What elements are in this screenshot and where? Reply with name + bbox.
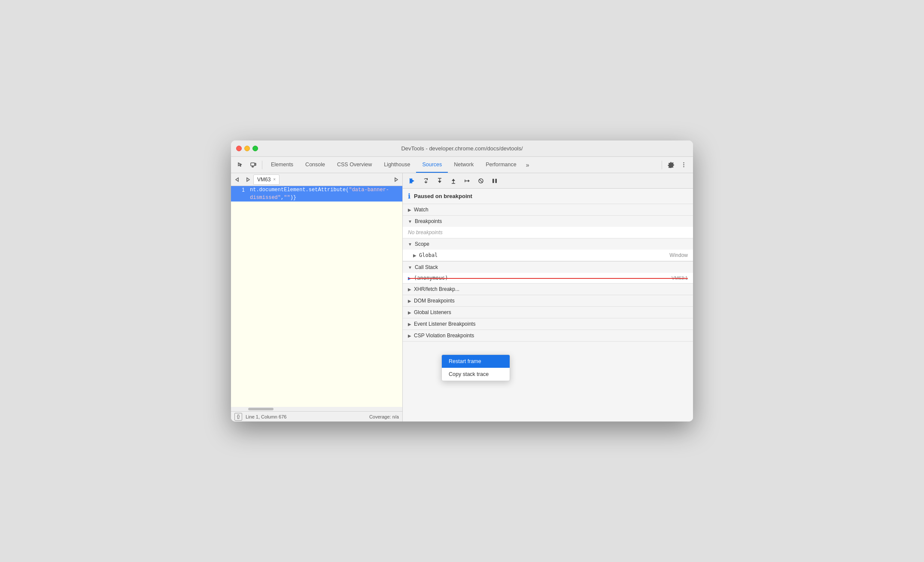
global-listeners-header[interactable]: ▶ Global Listeners <box>403 307 693 318</box>
call-stack-arrow: ▼ <box>408 265 412 270</box>
tab-lighthouse[interactable]: Lighthouse <box>378 157 416 173</box>
svg-point-5 <box>683 166 684 167</box>
pause-on-exceptions-button[interactable] <box>489 175 501 187</box>
svg-marker-6 <box>236 178 238 181</box>
file-tab-bar: VM63 × <box>231 173 402 186</box>
csp-title: CSP Violation Breakpoints <box>414 333 474 339</box>
format-icon[interactable]: {} <box>234 413 242 421</box>
restart-frame-item[interactable]: Restart frame <box>442 355 510 368</box>
global-listeners-title: Global Listeners <box>414 309 451 315</box>
svg-marker-8 <box>395 178 398 181</box>
file-nav-forward[interactable] <box>243 175 252 184</box>
call-stack-anonymous[interactable]: ▶ (anonymous) VM63:1 <box>403 273 693 283</box>
csp-header[interactable]: ▶ CSP Violation Breakpoints <box>403 330 693 341</box>
devtools-container: Elements Console CSS Overview Lighthouse… <box>231 157 693 422</box>
cursor-position: Line 1, Column 676 <box>246 414 286 419</box>
settings-button[interactable] <box>665 159 677 171</box>
xhr-section: ▶ XHR/fetch Breakp... <box>403 284 693 295</box>
svg-rect-1 <box>252 166 253 167</box>
breakpoints-arrow: ▼ <box>408 219 412 224</box>
more-tabs-button[interactable]: » <box>523 157 533 173</box>
maximize-button[interactable] <box>252 146 258 151</box>
coverage-status: Coverage: n/a <box>369 414 399 419</box>
dom-header[interactable]: ▶ DOM Breakpoints <box>403 295 693 306</box>
traffic-lights <box>236 146 258 151</box>
svg-rect-0 <box>251 163 255 166</box>
call-stack-header[interactable]: ▼ Call Stack <box>403 262 693 273</box>
minimize-button[interactable] <box>244 146 250 151</box>
file-tab-vm63[interactable]: VM63 × <box>253 174 280 185</box>
global-header[interactable]: ▶ Global Window <box>403 250 693 261</box>
anonymous-name: (anonymous) <box>414 275 448 281</box>
global-arrow: ▶ <box>413 253 416 258</box>
resume-button[interactable] <box>406 175 418 187</box>
debugger-panel: ℹ Paused on breakpoint ▶ Watch ▼ Breakpo… <box>403 173 693 422</box>
svg-marker-12 <box>426 178 428 180</box>
horizontal-scrollbar[interactable] <box>231 407 402 411</box>
step-button[interactable] <box>461 175 473 187</box>
watch-section: ▶ Watch <box>403 204 693 216</box>
call-stack-title: Call Stack <box>415 264 438 270</box>
svg-rect-28 <box>495 179 497 183</box>
event-listeners-header[interactable]: ▶ Event Listener Breakpoints <box>403 318 693 330</box>
customize-button[interactable] <box>678 159 690 171</box>
xhr-header[interactable]: ▶ XHR/fetch Breakp... <box>403 284 693 295</box>
dom-title: DOM Breakpoints <box>414 298 455 304</box>
step-into-button[interactable] <box>434 175 446 187</box>
breakpoints-header[interactable]: ▼ Breakpoints <box>403 216 693 227</box>
deactivate-breakpoints-button[interactable] <box>475 175 487 187</box>
step-over-button[interactable] <box>420 175 432 187</box>
device-toolbar-button[interactable] <box>247 159 259 171</box>
code-content-1: nt.documentElement.setAttribute("data-ba… <box>248 186 402 202</box>
tab-performance[interactable]: Performance <box>480 157 523 173</box>
info-icon: ℹ <box>408 192 410 200</box>
breakpoints-title: Breakpoints <box>415 218 442 224</box>
code-area: 1 nt.documentElement.setAttribute("data-… <box>231 186 402 407</box>
breakpoints-section: ▼ Breakpoints No breakpoints <box>403 216 693 238</box>
xhr-arrow: ▶ <box>408 287 411 292</box>
file-tab-close[interactable]: × <box>273 177 276 182</box>
call-stack-item-container: ▶ (anonymous) VM63:1 Restart frame Copy … <box>403 273 693 283</box>
global-subsection: ▶ Global Window <box>403 250 693 261</box>
scope-header[interactable]: ▼ Scope <box>403 238 693 250</box>
event-listeners-section: ▶ Event Listener Breakpoints <box>403 318 693 330</box>
event-listeners-title: Event Listener Breakpoints <box>414 321 475 327</box>
title-bar: DevTools - developer.chrome.com/docs/dev… <box>231 140 693 157</box>
scroll-thumb[interactable] <box>248 408 274 410</box>
dom-arrow: ▶ <box>408 299 411 303</box>
breakpoints-content: No breakpoints <box>403 227 693 238</box>
svg-marker-20 <box>452 179 455 181</box>
status-bar: {} Line 1, Column 676 Coverage: n/a <box>231 411 402 422</box>
close-button[interactable] <box>236 146 242 151</box>
svg-rect-2 <box>255 163 256 165</box>
watch-arrow: ▶ <box>408 208 411 212</box>
copy-stack-trace-item[interactable]: Copy stack trace <box>442 368 510 381</box>
scope-title: Scope <box>415 241 429 247</box>
tab-nav: Elements Console CSS Overview Lighthouse… <box>265 157 659 173</box>
svg-marker-23 <box>468 180 470 182</box>
tab-scroll-right[interactable] <box>391 175 401 184</box>
file-nav-back[interactable] <box>233 175 242 184</box>
call-stack-blue-arrow: ▶ <box>408 276 411 281</box>
window-title: DevTools - developer.chrome.com/docs/dev… <box>401 145 523 152</box>
svg-rect-10 <box>410 178 410 183</box>
scope-arrow: ▼ <box>408 242 412 247</box>
tab-sources[interactable]: Sources <box>416 157 448 173</box>
tab-css-overview[interactable]: CSS Overview <box>331 157 378 173</box>
code-empty-area <box>231 202 402 407</box>
xhr-title: XHR/fetch Breakp... <box>414 286 459 292</box>
svg-rect-27 <box>492 179 494 183</box>
watch-header[interactable]: ▶ Watch <box>403 204 693 215</box>
anonymous-location: VM63:1 <box>672 275 688 281</box>
global-listeners-section: ▶ Global Listeners <box>403 307 693 318</box>
inspect-element-button[interactable] <box>234 159 246 171</box>
step-out-button[interactable] <box>447 175 459 187</box>
code-line-1: 1 nt.documentElement.setAttribute("data-… <box>231 186 402 202</box>
tab-console[interactable]: Console <box>299 157 331 173</box>
top-toolbar: Elements Console CSS Overview Lighthouse… <box>231 157 693 173</box>
global-title: Global <box>419 252 438 258</box>
tab-network[interactable]: Network <box>448 157 480 173</box>
paused-banner: ℹ Paused on breakpoint <box>403 189 693 204</box>
debug-toolbar <box>403 173 693 189</box>
tab-elements[interactable]: Elements <box>265 157 299 173</box>
